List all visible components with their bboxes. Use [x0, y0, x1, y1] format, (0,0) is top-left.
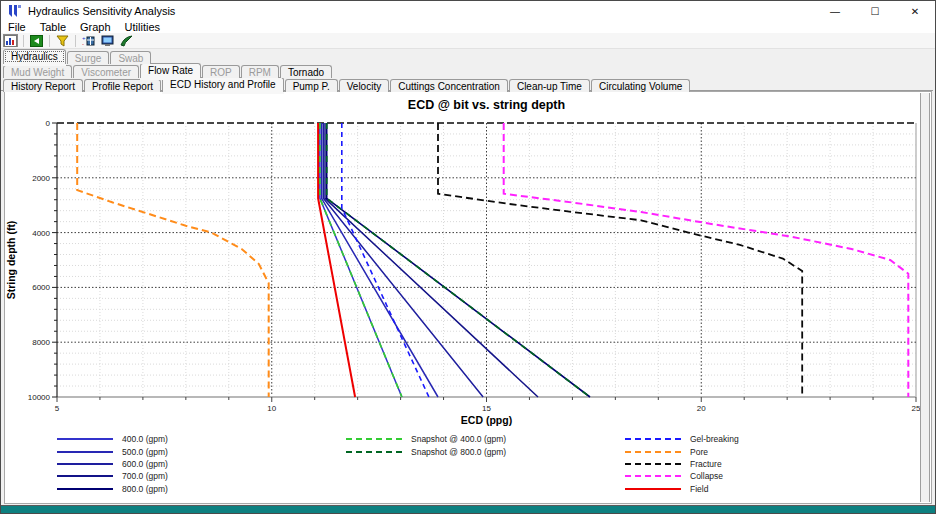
toolbar-separator — [75, 35, 76, 47]
legend-item: Pore — [625, 445, 739, 457]
svg-text:-: - — [82, 41, 84, 47]
legend-label: Gel-breaking — [690, 434, 739, 444]
legend-line-sample — [346, 438, 402, 440]
menu-item-utilities[interactable]: Utilities — [118, 21, 167, 33]
minimize-button[interactable]: — — [815, 1, 855, 21]
legend-line-sample — [57, 438, 113, 440]
x-tick-label: 15 — [482, 404, 491, 413]
tab-rpm[interactable]: RPM — [241, 65, 279, 78]
legend-line-sample — [57, 451, 113, 453]
legend-label: Pore — [690, 447, 708, 457]
legend-item: 700.0 (gpm) — [57, 470, 168, 482]
legend-line-sample — [625, 438, 681, 440]
menu-item-table[interactable]: Table — [33, 21, 73, 33]
monitor-icon[interactable] — [100, 34, 115, 47]
legend-label: 800.0 (gpm) — [122, 484, 168, 494]
app-window: Hydraulics Sensitivity Analysis — ☐ ✕ Fi… — [0, 0, 936, 514]
y-tick-label: 8000 — [32, 338, 50, 347]
tab-swab[interactable]: Swab — [110, 51, 151, 64]
legend-item: Snapshot @ 400.0 (gpm) — [346, 433, 506, 445]
legend-label: 600.0 (gpm) — [122, 459, 168, 469]
toolbar: +- — [1, 33, 935, 49]
tab-clean-up-time[interactable]: Clean-up Time — [509, 79, 590, 92]
menu-bar: FileTableGraphUtilities — [1, 21, 935, 33]
x-tick-label: 5 — [55, 404, 60, 413]
legend-column-2: Snapshot @ 400.0 (gpm)Snapshot @ 800.0 (… — [346, 433, 506, 458]
green-pen-icon[interactable] — [119, 34, 134, 47]
tab-rop[interactable]: ROP — [202, 65, 240, 78]
tab-mud-weight[interactable]: Mud Weight — [3, 65, 72, 78]
tab-strip-report: History ReportProfile ReportECD History … — [3, 77, 691, 92]
tab-velocity[interactable]: Velocity — [339, 79, 389, 92]
window-bottom-edge — [1, 505, 935, 513]
x-tick-label: 10 — [267, 404, 276, 413]
green-back-icon[interactable] — [29, 34, 44, 47]
chart-title: ECD @ bit vs. string depth — [408, 98, 565, 112]
legend-line-sample — [57, 488, 113, 490]
legend-item: 600.0 (gpm) — [57, 458, 168, 470]
y-tick-label: 2000 — [32, 174, 50, 183]
maximize-button[interactable]: ☐ — [855, 1, 895, 21]
tab-history-report[interactable]: History Report — [3, 79, 83, 92]
legend-line-sample — [625, 451, 681, 453]
legend-line-sample — [57, 475, 113, 477]
series-pore — [77, 123, 269, 397]
series-fracture — [438, 123, 802, 397]
legend-item: Snapshot @ 800.0 (gpm) — [346, 445, 506, 457]
vertical-scrollbar[interactable] — [920, 93, 930, 502]
report-chart-icon[interactable] — [3, 34, 18, 47]
toolbar-separator — [49, 35, 50, 47]
legend-label: 400.0 (gpm) — [122, 434, 168, 444]
legend-line-sample — [346, 451, 402, 453]
close-button[interactable]: ✕ — [895, 1, 935, 21]
tab-surge[interactable]: Surge — [67, 51, 110, 64]
legend-line-sample — [625, 475, 681, 477]
series-400-0-gpm- — [320, 123, 402, 397]
legend-label: Collapse — [690, 471, 723, 481]
chart-svg: 0200040006000800010000510152025ECD @ bit… — [1, 93, 936, 429]
legend-label: Fracture — [690, 459, 722, 469]
legend-label: 500.0 (gpm) — [122, 447, 168, 457]
tab-profile-report[interactable]: Profile Report — [84, 79, 161, 92]
toolbar-separator — [23, 35, 24, 47]
legend-line-sample — [625, 488, 681, 490]
legend-item: Collapse — [625, 470, 739, 482]
series-snapshot-800-0-gpm- — [327, 123, 590, 397]
y-tick-label: 6000 — [32, 283, 50, 292]
legend-item: Field — [625, 483, 739, 495]
legend-item: 400.0 (gpm) — [57, 433, 168, 445]
x-axis-title: ECD (ppg) — [461, 414, 512, 426]
series-500-0-gpm- — [322, 123, 438, 397]
legend-label: 700.0 (gpm) — [122, 471, 168, 481]
window-title: Hydraulics Sensitivity Analysis — [28, 5, 175, 17]
y-tick-label: 4000 — [32, 229, 50, 238]
menu-item-graph[interactable]: Graph — [73, 21, 118, 33]
tab-viscometer[interactable]: Viscometer — [73, 65, 139, 78]
legend-line-sample — [57, 463, 113, 465]
tab-flow-rate[interactable]: Flow Rate — [140, 63, 201, 78]
legend-label: Field — [690, 484, 708, 494]
y-axis-title: String depth (ft) — [5, 221, 17, 300]
legend-column-1: 400.0 (gpm)500.0 (gpm)600.0 (gpm)700.0 (… — [57, 433, 168, 495]
series-800-0-gpm- — [327, 123, 590, 397]
tab-cuttings-concentration[interactable]: Cuttings Concentration — [390, 79, 508, 92]
yellow-tornado-icon[interactable] — [55, 34, 70, 47]
menu-item-file[interactable]: File — [1, 21, 33, 33]
legend-label: Snapshot @ 400.0 (gpm) — [411, 434, 506, 444]
tab-tornado[interactable]: Tornado — [280, 65, 332, 78]
legend-item: Gel-breaking — [625, 433, 739, 445]
legend-line-sample — [625, 463, 681, 465]
legend-item: Fracture — [625, 458, 739, 470]
legend-column-3: Gel-breakingPoreFractureCollapseField — [625, 433, 739, 495]
tab-circulating-volume[interactable]: Circulating Volume — [591, 79, 690, 92]
tab-pump-p-[interactable]: Pump P. — [285, 79, 338, 92]
y-tick-label: 10000 — [28, 393, 51, 402]
legend-label: Snapshot @ 800.0 (gpm) — [411, 447, 506, 457]
legend-item: 500.0 (gpm) — [57, 445, 168, 457]
tab-ecd-history-and-profile[interactable]: ECD History and Profile — [162, 77, 284, 92]
series-collapse — [504, 123, 909, 397]
y-tick-label: 0 — [46, 119, 51, 128]
tab-hydraulics[interactable]: Hydraulics — [3, 49, 66, 64]
plus-minus-table-icon[interactable]: +- — [81, 34, 96, 47]
tab-strip-parameter: Mud WeightViscometerFlow RateROPRPMTorna… — [3, 63, 333, 78]
